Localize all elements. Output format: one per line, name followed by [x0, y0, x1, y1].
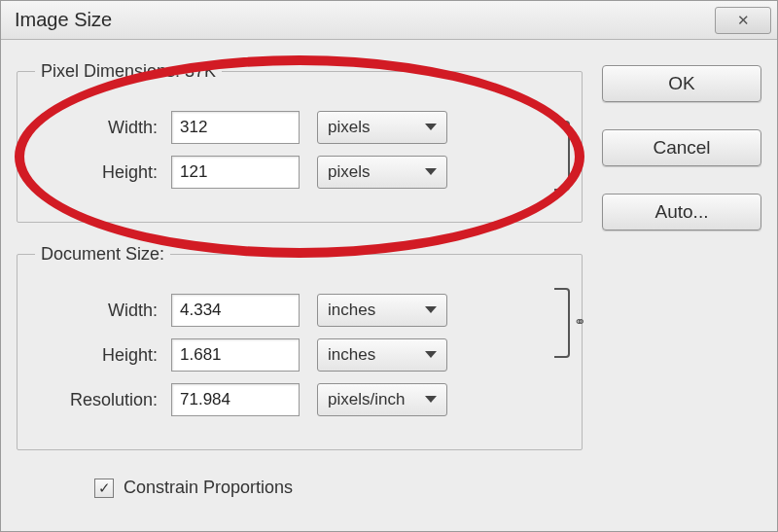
- left-column: Pixel Dimensions: 37K Width: pixels Heig…: [17, 61, 583, 498]
- pixel-height-label: Height:: [35, 162, 171, 183]
- doc-width-input[interactable]: [171, 294, 300, 327]
- chain-link-icon: ⚭: [574, 146, 593, 165]
- pixel-width-label: Width:: [35, 118, 171, 138]
- constrain-proportions-row: ✓ Constrain Proportions: [17, 472, 583, 498]
- doc-height-row: Height: inches: [35, 338, 564, 372]
- link-bracket-icon: ⚭: [554, 284, 574, 358]
- doc-width-row: Width: inches: [35, 294, 564, 327]
- dialog-title: Image Size: [15, 9, 112, 31]
- document-size-legend: Document Size:: [35, 244, 170, 265]
- image-size-dialog: Image Size ✕ Pixel Dimensions: 37K Width…: [0, 0, 778, 532]
- pixel-link-constraint: ⚭: [554, 117, 574, 195]
- doc-height-unit-value: inches: [328, 345, 375, 365]
- doc-width-label: Width:: [35, 301, 171, 321]
- doc-height-input[interactable]: [171, 338, 300, 372]
- cancel-button[interactable]: Cancel: [602, 129, 761, 166]
- resolution-input[interactable]: [171, 383, 300, 416]
- resolution-row: Resolution: pixels/inch: [35, 383, 564, 416]
- resolution-unit-select[interactable]: pixels/inch: [317, 383, 447, 416]
- link-bracket-icon: ⚭: [554, 117, 574, 191]
- doc-height-unit-select[interactable]: inches: [317, 338, 447, 372]
- close-icon: ✕: [737, 12, 750, 29]
- chevron-down-icon: [425, 124, 437, 130]
- pixel-height-input[interactable]: [171, 156, 300, 189]
- constrain-proportions-label: Constrain Proportions: [124, 478, 293, 498]
- titlebar: Image Size ✕: [1, 1, 777, 40]
- pixel-width-row: Width: pixels: [35, 111, 564, 144]
- chain-link-icon: ⚭: [574, 313, 593, 333]
- cancel-button-label: Cancel: [653, 137, 710, 159]
- chevron-down-icon: [425, 351, 437, 358]
- pixel-height-unit-select[interactable]: pixels: [317, 156, 447, 189]
- auto-button-label: Auto...: [655, 201, 709, 223]
- pixel-width-input[interactable]: [171, 111, 300, 144]
- pixel-dimensions-legend: Pixel Dimensions: 37K: [35, 61, 222, 82]
- pixel-width-unit-select[interactable]: pixels: [317, 111, 447, 144]
- document-size-group: Document Size: Width: inches Height: inc…: [17, 244, 583, 450]
- resolution-unit-value: pixels/inch: [328, 390, 405, 409]
- ok-button-label: OK: [668, 73, 694, 94]
- pixel-height-row: Height: pixels: [35, 156, 564, 189]
- auto-button[interactable]: Auto...: [602, 194, 761, 231]
- chevron-down-icon: [425, 168, 437, 175]
- constrain-proportions-checkbox[interactable]: ✓: [94, 479, 114, 498]
- dialog-content: Pixel Dimensions: 37K Width: pixels Heig…: [1, 40, 777, 508]
- right-column: OK Cancel Auto...: [602, 61, 761, 498]
- chevron-down-icon: [425, 396, 437, 403]
- doc-width-unit-select[interactable]: inches: [317, 294, 447, 327]
- pixel-dimensions-group: Pixel Dimensions: 37K Width: pixels Heig…: [17, 61, 583, 223]
- doc-width-unit-value: inches: [328, 301, 375, 320]
- close-button[interactable]: ✕: [715, 7, 771, 34]
- checkmark-icon: ✓: [98, 479, 111, 497]
- chevron-down-icon: [425, 306, 437, 313]
- resolution-label: Resolution:: [35, 390, 171, 410]
- pixel-height-unit-value: pixels: [328, 162, 370, 182]
- ok-button[interactable]: OK: [602, 65, 761, 102]
- pixel-width-unit-value: pixels: [328, 118, 370, 137]
- doc-link-constraint: ⚭: [554, 284, 574, 362]
- doc-height-label: Height:: [35, 345, 171, 366]
